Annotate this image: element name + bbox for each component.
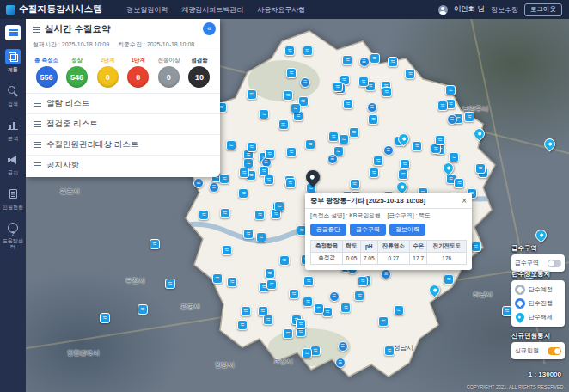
station-marker[interactable]: ≡ [329,291,340,302]
station-marker[interactable]: ≈ [256,232,266,242]
station-marker[interactable]: ≈ [291,103,301,113]
station-marker[interactable]: ≈ [165,279,175,289]
close-icon[interactable]: × [462,198,467,205]
station-marker[interactable]: ≈ [264,175,274,185]
complaint-target-list-item[interactable]: 수질민원관리대상 리스트 [26,135,220,156]
station-marker[interactable]: ≈ [339,134,349,144]
station-marker[interactable]: ≈ [284,46,295,56]
station-marker[interactable]: ≈ [286,147,297,157]
station-marker[interactable]: ≈ [303,297,313,307]
rail-item-analysis[interactable]: 분석 [0,116,26,144]
station-marker[interactable]: ≈ [394,305,404,315]
station-marker[interactable]: ≈ [368,114,378,125]
station-marker[interactable]: ≈ [238,188,248,199]
station-marker[interactable]: ≈ [384,346,395,356]
station-marker[interactable]: ≈ [398,169,408,180]
station-marker[interactable]: ≈ [226,140,236,150]
station-marker[interactable]: ≈ [475,163,486,174]
supply-stop-button[interactable]: 공급중단 [310,224,346,236]
station-marker[interactable]: ≈ [412,141,422,151]
rail-item-system[interactable]: 계통 [0,47,26,75]
station-marker[interactable]: ≡ [359,57,370,67]
edit-info-link[interactable]: 정보수정 [491,5,518,15]
station-marker[interactable]: ≈ [227,277,237,287]
station-marker[interactable]: ≈ [328,132,339,142]
station-marker[interactable]: ≈ [150,239,160,249]
station-marker[interactable]: ≈ [199,210,209,220]
station-marker[interactable]: ≈ [266,279,277,290]
station-marker[interactable]: ≈ [342,55,352,65]
station-marker[interactable]: ≈ [350,179,360,189]
rail-item-search[interactable]: 검색 [0,82,26,109]
station-marker[interactable]: ≈ [247,89,257,100]
station-marker[interactable]: ≈ [314,303,324,314]
rail-item-help[interactable]: 도움말센터 [0,218,26,252]
notice-list-item[interactable]: 공지사항 [26,156,220,177]
menu-user-requests[interactable]: 사용자요구사항 [257,5,305,15]
station-marker[interactable]: ≈ [358,77,369,87]
station-marker[interactable]: ≈ [378,316,389,327]
station-marker[interactable]: ≈ [241,306,251,316]
station-marker[interactable]: ≈ [400,159,410,169]
station-marker[interactable]: ≈ [286,68,297,78]
menu-alarm-history[interactable]: 경보알림이력 [126,5,168,15]
station-marker[interactable]: ≈ [464,112,474,122]
station-marker[interactable]: ≈ [278,119,289,130]
station-marker[interactable]: ≈ [405,69,415,79]
station-marker[interactable]: ≈ [237,320,248,330]
station-marker[interactable]: ≈ [283,328,293,339]
station-marker[interactable]: ≈ [343,99,353,109]
station-marker[interactable]: ≈ [349,127,359,138]
station-marker[interactable]: ≈ [274,201,284,211]
station-marker[interactable]: ≈ [437,101,448,111]
station-marker[interactable]: ≡ [327,154,338,164]
legend-row-outage-planned[interactable]: 단수예정 [515,283,561,297]
station-marker[interactable]: ≈ [354,291,364,301]
station-marker[interactable]: ≈ [333,82,343,92]
outage-notice-pin[interactable] [533,227,548,242]
station-marker[interactable]: ≈ [369,168,379,178]
stat-maintenance[interactable]: 점검중 10 [185,57,214,88]
menu-metering-feedback[interactable]: 계량감시피드백관리 [181,5,243,15]
supply-zone-toggle[interactable] [548,260,561,267]
station-marker[interactable]: ≈ [303,276,314,286]
station-marker[interactable]: ≈ [302,348,312,358]
outage-notice-pin[interactable] [471,126,486,141]
station-marker[interactable]: ≡ [300,77,310,88]
stat-level2[interactable]: 2단계 0 [93,57,122,88]
station-marker[interactable]: ≈ [243,229,254,239]
station-marker[interactable]: ≈ [265,149,275,159]
rail-menu-button[interactable] [5,25,21,40]
alarm-list-item[interactable]: 알람 리스트 [26,94,220,114]
station-marker[interactable]: ≡ [193,178,204,188]
station-marker[interactable]: ≈ [388,57,398,67]
station-marker[interactable]: ≈ [382,87,392,97]
legend-row-outage-ongoing[interactable]: 단수진행 [515,297,561,310]
station-marker[interactable]: ≈ [222,245,232,255]
legend-row-supply[interactable]: 급수구역 [515,257,561,269]
station-marker[interactable]: ≈ [435,135,445,145]
station-marker[interactable]: ≈ [471,242,481,252]
station-marker[interactable]: ≡ [335,358,346,368]
new-complaint-toggle[interactable] [548,347,561,355]
stat-transmit-error[interactable]: 전송이상 0 [154,57,183,88]
alarm-history-button[interactable]: 경보이력 [389,224,425,236]
station-marker[interactable]: ≈ [303,46,313,56]
station-marker[interactable]: ≈ [449,152,459,162]
station-marker[interactable]: ≈ [254,210,265,220]
maintenance-list-item[interactable]: 점검중 리스트 [26,114,220,135]
station-marker[interactable]: ≡ [338,341,348,352]
station-marker[interactable]: ≈ [265,268,275,279]
station-marker[interactable]: ≈ [263,315,273,325]
station-marker[interactable]: ≈ [340,303,351,313]
station-marker[interactable]: ≈ [296,319,306,329]
station-marker[interactable]: ≈ [259,109,269,119]
station-marker[interactable]: ≈ [358,276,368,286]
station-marker[interactable]: ≈ [454,178,464,188]
station-marker[interactable]: ≡ [381,269,391,279]
collapse-panel-button[interactable]: « [203,22,216,35]
station-marker[interactable]: ≈ [322,307,333,317]
station-marker[interactable]: ≈ [219,174,229,184]
station-marker[interactable]: ≈ [220,208,230,218]
station-marker[interactable]: ≈ [212,273,223,284]
